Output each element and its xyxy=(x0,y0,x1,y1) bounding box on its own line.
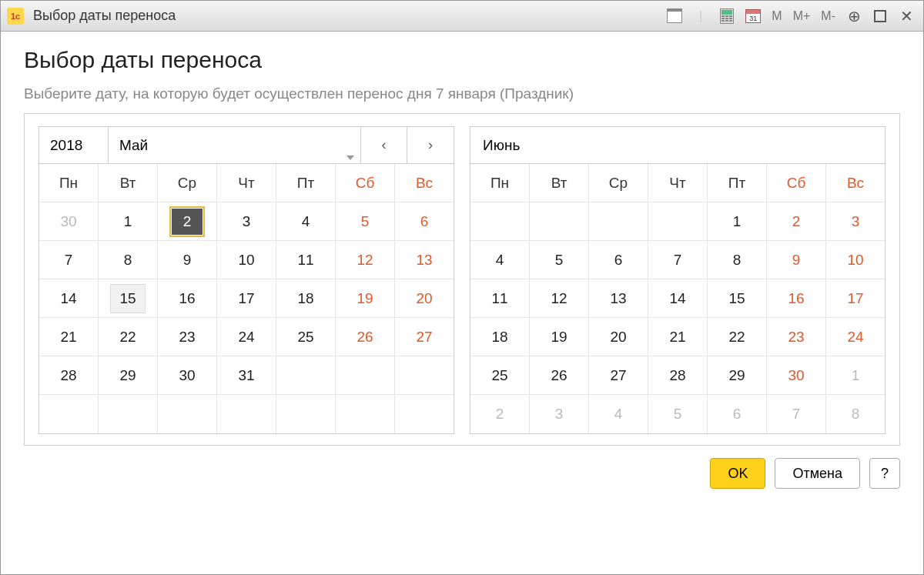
calendar-day[interactable]: 14 xyxy=(648,279,708,318)
calendar-day[interactable]: 31 xyxy=(217,356,276,395)
calendar-day[interactable]: 21 xyxy=(39,318,99,356)
calendar-day[interactable]: 25 xyxy=(276,318,336,356)
calendar-day[interactable]: 30 xyxy=(158,356,217,395)
calendar-day[interactable]: 29 xyxy=(708,356,767,395)
calendar-day[interactable]: 1 xyxy=(708,202,767,241)
year-selector[interactable]: 2018 xyxy=(39,127,109,164)
calendar-day[interactable]: 21 xyxy=(648,318,708,356)
calendar-day[interactable]: 29 xyxy=(99,356,158,395)
calendar-day[interactable]: 26 xyxy=(530,356,589,395)
dialog-content: Выбор даты переноса Выберите дату, на ко… xyxy=(1,32,923,574)
calendar-day[interactable]: 13 xyxy=(395,241,454,279)
calendar-day[interactable]: 7 xyxy=(648,241,708,279)
calendar-week-row xyxy=(39,395,454,433)
calendar-day[interactable]: 10 xyxy=(217,241,276,279)
calendar-day[interactable]: 10 xyxy=(826,241,885,279)
calendar-day[interactable]: 1 xyxy=(826,356,885,395)
help-button[interactable]: ? xyxy=(869,458,900,489)
calendar-day[interactable]: 3 xyxy=(826,202,885,241)
calendar-day-empty xyxy=(395,395,454,433)
calendar-day[interactable]: 22 xyxy=(708,318,767,356)
calendar-day[interactable]: 6 xyxy=(589,241,648,279)
calendar-day-empty xyxy=(589,202,648,241)
calculator-icon[interactable] xyxy=(716,5,738,27)
calendar-day[interactable]: 13 xyxy=(589,279,648,318)
calendar-day[interactable]: 5 xyxy=(648,395,708,433)
calendar-day[interactable]: 18 xyxy=(470,318,530,356)
calendar-day[interactable]: 20 xyxy=(395,279,454,318)
calendar-day[interactable]: 15 xyxy=(99,279,158,318)
cancel-button[interactable]: Отмена xyxy=(775,458,860,489)
zoom-icon[interactable]: ⊕ xyxy=(843,5,865,27)
calendar-day[interactable]: 28 xyxy=(648,356,708,395)
calendar-day[interactable]: 9 xyxy=(158,241,217,279)
calendar-day[interactable]: 19 xyxy=(530,318,589,356)
calendar-day[interactable]: 4 xyxy=(470,241,530,279)
calendar-icon[interactable]: 31 xyxy=(742,5,764,27)
calendar-day[interactable]: 8 xyxy=(826,395,885,433)
calendar-day[interactable]: 23 xyxy=(158,318,217,356)
prev-month-button[interactable]: ‹ xyxy=(361,127,407,164)
calendar-day[interactable]: 2 xyxy=(767,202,826,241)
calendar-day[interactable]: 5 xyxy=(336,202,395,241)
calendar-day[interactable]: 22 xyxy=(99,318,158,356)
weekday-label: Сб xyxy=(767,164,826,202)
calendar-day[interactable]: 4 xyxy=(589,395,648,433)
print-icon[interactable] xyxy=(664,5,685,27)
calendar-day[interactable]: 28 xyxy=(39,356,99,395)
calendar-day[interactable]: 23 xyxy=(767,318,826,356)
memory-mplus-button[interactable]: M+ xyxy=(790,9,814,23)
calendar-day[interactable]: 24 xyxy=(826,318,885,356)
calendar-week-row: 123 xyxy=(470,202,885,241)
calendar-day[interactable]: 11 xyxy=(470,279,530,318)
next-month-button[interactable]: › xyxy=(407,127,454,164)
calendar-day[interactable]: 1 xyxy=(99,202,158,241)
calendar-day[interactable]: 14 xyxy=(39,279,99,318)
calendar-day[interactable]: 9 xyxy=(767,241,826,279)
calendar-day[interactable]: 6 xyxy=(708,395,767,433)
calendar-day[interactable]: 3 xyxy=(530,395,589,433)
calendar-day[interactable]: 30 xyxy=(39,202,99,241)
calendar-day[interactable]: 24 xyxy=(217,318,276,356)
ok-button[interactable]: OK xyxy=(710,458,765,489)
calendar-day[interactable]: 20 xyxy=(589,318,648,356)
memory-m-button[interactable]: M xyxy=(768,9,785,23)
month-label-right: Июнь xyxy=(470,127,885,164)
calendar-day[interactable]: 17 xyxy=(826,279,885,318)
calendar-day[interactable]: 30 xyxy=(767,356,826,395)
calendar-day[interactable]: 2 xyxy=(158,202,217,241)
weekday-label: Вс xyxy=(395,164,454,202)
calendar-day[interactable]: 15 xyxy=(708,279,767,318)
calendar-right-header: Июнь xyxy=(470,127,885,164)
calendar-day[interactable]: 18 xyxy=(276,279,336,318)
close-icon[interactable]: ✕ xyxy=(896,5,917,27)
calendar-day[interactable]: 16 xyxy=(767,279,826,318)
maximize-icon[interactable] xyxy=(869,5,891,27)
calendar-day[interactable]: 25 xyxy=(470,356,530,395)
calendar-day[interactable]: 6 xyxy=(395,202,454,241)
calendar-day[interactable]: 27 xyxy=(589,356,648,395)
calendar-day[interactable]: 4 xyxy=(276,202,336,241)
calendar-day[interactable]: 8 xyxy=(708,241,767,279)
calendar-day[interactable]: 26 xyxy=(336,318,395,356)
memory-mminus-button[interactable]: M- xyxy=(818,9,839,23)
weekday-label: Вт xyxy=(99,164,158,202)
calendar-day[interactable]: 27 xyxy=(395,318,454,356)
calendar-day[interactable]: 7 xyxy=(39,241,99,279)
calendar-day-empty xyxy=(276,395,336,433)
calendar-day[interactable]: 11 xyxy=(276,241,336,279)
calendar-day-empty xyxy=(530,202,589,241)
calendar-day[interactable]: 19 xyxy=(336,279,395,318)
calendar-day[interactable]: 7 xyxy=(767,395,826,433)
calendar-day[interactable]: 3 xyxy=(217,202,276,241)
calendar-day[interactable]: 5 xyxy=(530,241,589,279)
calendar-day-empty xyxy=(648,202,708,241)
calendar-day[interactable]: 12 xyxy=(530,279,589,318)
calendar-day[interactable]: 16 xyxy=(158,279,217,318)
calendar-week-row: 28293031 xyxy=(39,356,454,395)
calendar-day[interactable]: 2 xyxy=(470,395,530,433)
calendar-day[interactable]: 8 xyxy=(99,241,158,279)
month-selector[interactable]: Май xyxy=(109,127,361,164)
calendar-day[interactable]: 17 xyxy=(217,279,276,318)
calendar-day[interactable]: 12 xyxy=(336,241,395,279)
